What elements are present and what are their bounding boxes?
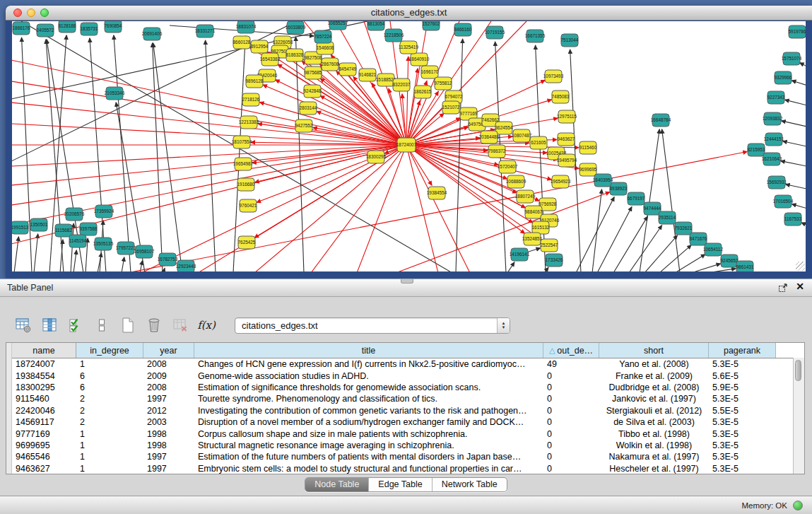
delete-rows-trash-icon[interactable]: [145, 316, 163, 334]
graph-node-label: 8938923: [610, 186, 628, 191]
graph-node-label: 17957223: [116, 245, 136, 250]
graph-node-label: 18300295: [366, 154, 387, 159]
network-canvas[interactable]: 1872400786601288912954132260589827503818…: [12, 21, 806, 271]
table-cell: Estimation of the future numbers of pati…: [194, 452, 543, 462]
table-cell: 2009: [143, 371, 194, 381]
tab-network-table[interactable]: Network Table: [432, 478, 507, 491]
table-cell: Tourette syndrome. Phenomenology and cla…: [194, 394, 543, 404]
function-builder-icon[interactable]: f(x): [197, 316, 216, 334]
header-cell-year[interactable]: year: [143, 343, 194, 358]
table-options-icon[interactable]: [14, 316, 33, 334]
graph-node-label: 9245652: [721, 258, 739, 263]
graph-node-label: 12923448: [176, 264, 196, 269]
header-cell-pagerank[interactable]: pagerank: [709, 343, 776, 358]
table-cell: 5.3E-5: [709, 440, 776, 450]
graph-node-label: 18640910: [409, 57, 430, 62]
graph-node-label: 1521072: [442, 105, 460, 110]
table-cell: 2003: [143, 417, 194, 427]
show-columns-icon[interactable]: [40, 316, 59, 334]
clear-selection-icon[interactable]: [93, 316, 111, 334]
graph-node-label: 20691406: [142, 31, 163, 36]
tab-edge-table[interactable]: Edge Table: [368, 478, 431, 491]
table-cell: 1: [76, 452, 143, 462]
graph-node-label: 9861431: [736, 264, 754, 269]
table-row[interactable]: 977716911998Corpus callosum shape and si…: [12, 428, 794, 439]
table-row[interactable]: 946554611997Estimation of the future num…: [12, 451, 794, 462]
table-cell: Jankovic et al. (1997): [599, 394, 709, 404]
table-row[interactable]: 969969511998Structural magnetic resonanc…: [12, 440, 794, 451]
graph-edge: [792, 204, 806, 209]
graph-node-label: 9474444: [644, 206, 661, 211]
graph-node-label: 10654112: [703, 247, 723, 252]
graph-edge: [781, 161, 806, 167]
canvas-resize-grip[interactable]: [796, 262, 805, 271]
table-row[interactable]: 2242004622012Investigating the contribut…: [12, 405, 794, 416]
graph-node-label: 9397588: [80, 226, 98, 231]
table-row[interactable]: 911546021997Tourette syndrome. Phenomeno…: [12, 393, 794, 404]
graph-node-label: 1733426: [546, 257, 563, 262]
table-scrollbar[interactable]: [793, 358, 804, 474]
header-cell-out-de-[interactable]: △out_de…: [543, 343, 599, 358]
table-cell: 0: [543, 371, 599, 381]
graph-node-label: 1696170: [421, 69, 439, 74]
window-titlebar[interactable]: citations_edges.txt: [6, 6, 812, 21]
close-panel-icon[interactable]: ✕: [796, 281, 804, 292]
graph-edge: [34, 234, 38, 271]
graph-edge: [597, 207, 632, 271]
graph-edge: [12, 145, 406, 205]
graph-edge: [122, 257, 124, 271]
table-row[interactable]: 1830029562008Estimation of significance …: [12, 382, 794, 393]
graph-node-label: 9463627: [558, 136, 575, 141]
graph-node-label: 1835731: [81, 26, 98, 31]
header-cell-title[interactable]: title: [194, 343, 543, 358]
table-row[interactable]: 1456911722003Disruption of a novel membe…: [12, 416, 794, 428]
graph-edge: [12, 145, 406, 185]
table-cell: 6: [76, 382, 143, 392]
tab-node-table[interactable]: Node Table: [305, 478, 368, 491]
memory-status-led-icon: [793, 501, 803, 510]
table-cell: 5.5E-5: [709, 406, 776, 416]
table-row[interactable]: 946362711997Embryonic stem cells: a mode…: [12, 463, 794, 474]
graph-node-label: 18807249: [515, 194, 536, 199]
table-cell: 9465546: [12, 452, 76, 462]
graph-node-label: 9329966: [775, 75, 792, 80]
graph-node-label: 621605: [531, 140, 546, 145]
float-panel-icon[interactable]: [778, 283, 788, 293]
select-all-icon[interactable]: [66, 316, 85, 334]
table-cell: 1: [76, 429, 143, 439]
header-cell-label: pagerank: [724, 346, 760, 356]
table-row[interactable]: 1872400712008Changes of HCN gene express…: [12, 358, 794, 370]
graph-node-label: 1615132: [532, 225, 550, 230]
scrollbar-thumb[interactable]: [795, 360, 801, 381]
header-cell-in-degree[interactable]: in_degree: [76, 343, 143, 358]
table-row[interactable]: 1938455462009Genome-wide association stu…: [12, 370, 794, 381]
graph-edge: [783, 141, 806, 147]
graph-edge: [295, 37, 304, 271]
header-cell-name[interactable]: name: [12, 343, 76, 358]
create-table-icon[interactable]: [119, 316, 137, 334]
delete-table-icon[interactable]: [171, 316, 189, 334]
graph-edge: [576, 197, 614, 271]
table-body: 1872400712008Changes of HCN gene express…: [12, 358, 794, 474]
table-cell: Corpus callosum shape and size in male p…: [194, 429, 543, 439]
graph-node-label: 18331271: [195, 28, 216, 33]
graph-edge: [98, 253, 102, 271]
graph-edge: [659, 245, 691, 271]
table-selector-dropdown[interactable]: citations_edges.txt ▲▼: [235, 317, 510, 334]
table-cell: 5.6E-5: [709, 371, 776, 381]
graph-node-label: 18107554: [232, 139, 252, 144]
graph-node-label: 2867608: [322, 62, 339, 66]
graph-edge: [12, 145, 406, 166]
graph-node-label: 9875685: [305, 70, 322, 75]
graph-node-label: 18403954: [593, 177, 613, 182]
graph-edge: [456, 39, 463, 271]
panel-resize-grip[interactable]: [401, 279, 413, 284]
graph-edge: [645, 235, 677, 271]
graph-node-label: 18831074: [236, 24, 257, 29]
graph-node-label: 1916680: [237, 182, 255, 187]
graph-node-label: 18724007: [396, 142, 417, 147]
header-cell-short[interactable]: short: [599, 343, 709, 358]
graph-edge: [613, 216, 647, 271]
graph-node-label: 9777169: [460, 111, 478, 116]
graph-edge: [406, 145, 470, 271]
